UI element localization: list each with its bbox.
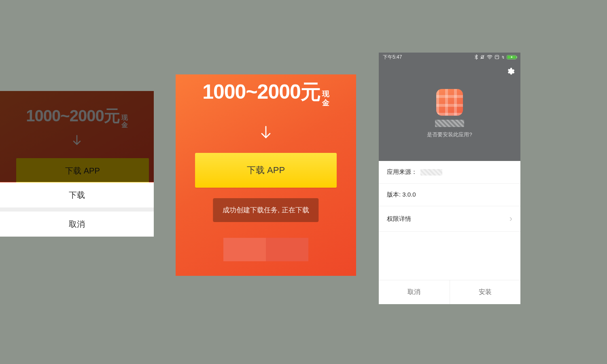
install-prompt-text: 是否要安装此应用?: [379, 131, 520, 138]
promo-headline-suffix-top: 现: [322, 89, 329, 98]
promo-headline-amount: 1000~2000元: [202, 78, 320, 106]
promo-headline-suffix-bottom: 金: [322, 98, 329, 107]
action-sheet-download-label: 下载: [69, 190, 85, 201]
installer-footer: 取消 安装: [379, 280, 520, 304]
obscured-content: [223, 238, 308, 261]
obscured-block: [266, 238, 308, 261]
row-version-value: 3.0.0: [402, 191, 416, 198]
action-sheet-cancel[interactable]: 取消: [0, 212, 154, 237]
battery-icon: ✦: [507, 55, 516, 59]
row-app-source-label: 应用来源：: [387, 168, 417, 175]
row-version-label: 版本:: [387, 191, 402, 198]
action-sheet-cancel-label: 取消: [69, 219, 85, 230]
promo-headline: 1000~2000元 现 金: [176, 78, 356, 110]
svg-rect-5: [495, 55, 499, 59]
promo-headline-suffix: 现 金: [322, 89, 329, 107]
screen-download-prompt: 1000~2000元 现 金 下载 APP 下载 取消: [0, 91, 154, 237]
screen-downloading-toast: 1000~2000元 现 金 下载 APP 成功创建下载任务, 正在下载: [176, 74, 356, 276]
install-button[interactable]: 安装: [450, 280, 521, 304]
status-indicators: ↯ ✦: [475, 55, 516, 59]
bluetooth-icon: [475, 55, 478, 59]
download-toast: 成功创建下载任务, 正在下载: [213, 198, 318, 222]
gear-icon[interactable]: [506, 67, 515, 76]
row-app-source-value-obscured: [420, 169, 442, 176]
chevron-right-icon: ›: [509, 214, 512, 224]
cancel-button[interactable]: 取消: [379, 280, 450, 304]
installer-header: 下午5:47: [379, 53, 520, 161]
row-permissions[interactable]: 权限详情 ›: [379, 206, 520, 232]
wifi-icon: [487, 55, 492, 59]
status-time: 下午5:47: [383, 54, 402, 61]
screen-install-confirm: 下午5:47: [379, 53, 520, 304]
status-bar: 下午5:47: [379, 53, 520, 61]
rotation-lock-icon: [495, 55, 499, 59]
arrow-down-icon: [176, 125, 356, 141]
obscured-block: [223, 238, 266, 261]
app-name-obscured: [435, 120, 464, 127]
row-permissions-label: 权限详情: [387, 215, 411, 223]
download-app-button-label: 下载 APP: [247, 164, 285, 176]
row-version: 版本: 3.0.0: [379, 184, 520, 206]
action-sheet-separator: [0, 207, 154, 212]
app-icon: [436, 89, 463, 116]
cancel-button-label: 取消: [407, 288, 420, 295]
modal-backdrop: [0, 91, 154, 182]
download-app-button[interactable]: 下载 APP: [195, 153, 337, 188]
charging-icon: ↯: [501, 55, 505, 59]
svg-point-4: [489, 59, 490, 59]
install-button-label: 安装: [479, 288, 492, 295]
action-sheet-download[interactable]: 下载: [0, 182, 154, 207]
row-app-source: 应用来源：: [379, 161, 520, 184]
mute-icon: [480, 55, 485, 59]
action-sheet: 下载 取消: [0, 182, 154, 237]
download-toast-message: 成功创建下载任务, 正在下载: [223, 206, 309, 214]
